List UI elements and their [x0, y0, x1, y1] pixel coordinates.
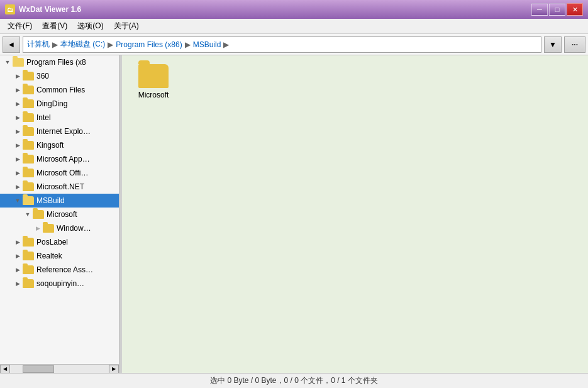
address-field[interactable]: 计算机 ▶ 本地磁盘 (C:) ▶ Program Files (x86) ▶ … [23, 36, 541, 53]
sep-3: ▶ [185, 40, 191, 49]
main-area: Program Files (x8 360 Common Files DingD… [0, 55, 588, 373]
toggle-intel[interactable] [13, 111, 23, 125]
tree-item-dingding[interactable]: DingDing [0, 97, 119, 111]
toggle-kingsoft[interactable] [13, 138, 23, 152]
status-text: 选中 0 Byte / 0 Byte，0 / 0 个文件，0 / 1 个文件夹 [210, 375, 378, 386]
folder-icon-commonfiles [23, 86, 34, 94]
label-poslabel: PosLabel [36, 238, 68, 247]
tree-item-microsoftoffi[interactable]: Microsoft Offi… [0, 166, 119, 180]
file-area: Microsoft [122, 55, 588, 373]
crumb-computer[interactable]: 计算机 [27, 39, 50, 50]
hscroll-right-button[interactable]: ▶ [109, 365, 119, 374]
hscroll-left-button[interactable]: ◀ [0, 365, 10, 374]
tree-item-microsoftnet[interactable]: Microsoft.NET [0, 180, 119, 194]
toggle-microsoftnet[interactable] [13, 180, 23, 194]
sidebar-scroll[interactable]: Program Files (x8 360 Common Files DingD… [0, 55, 119, 364]
label-commonfiles: Common Files [36, 86, 85, 94]
toggle-microsoftapp[interactable] [13, 152, 23, 166]
folder-icon-microsoftoffi [23, 169, 34, 177]
folder-icon-realtek [23, 252, 34, 260]
folder-icon-programfiles [13, 58, 24, 67]
crumb-disk[interactable]: 本地磁盘 (C:) [60, 39, 105, 50]
nav-icon: ◀ [9, 41, 14, 48]
menu-bar: 文件(F) 查看(V) 选项(O) 关于(A) [0, 19, 588, 34]
tree-item-360[interactable]: 360 [0, 69, 119, 83]
hscroll-thumb[interactable] [23, 365, 54, 373]
toggle-microsoftoffi[interactable] [13, 166, 23, 180]
folder-icon-internetexplore [23, 127, 34, 136]
tree-item-referenceass[interactable]: Reference Ass… [0, 263, 119, 277]
tree-item-windows[interactable]: Window… [0, 221, 119, 235]
title-controls: ─ □ ✕ [531, 3, 583, 16]
menu-view[interactable]: 查看(V) [37, 19, 72, 33]
label-microsoftapp: Microsoft App… [36, 155, 90, 164]
dropdown-icon: ▼ [549, 40, 557, 49]
menu-file[interactable]: 文件(F) [3, 19, 37, 33]
sep-4: ▶ [223, 40, 229, 49]
folder-icon-msbuild [23, 196, 34, 205]
label-intel: Intel [36, 113, 51, 122]
crumb-programfiles[interactable]: Program Files (x86) [116, 40, 182, 49]
label-kingsoft: Kingsoft [36, 141, 64, 150]
toggle-360[interactable] [13, 69, 23, 83]
folder-icon-kingsoft [23, 141, 34, 150]
tree-item-commonfiles[interactable]: Common Files [0, 83, 119, 97]
address-dropdown-button[interactable]: ▼ [544, 36, 562, 53]
toggle-windows[interactable] [33, 221, 43, 235]
tree-item-realtek[interactable]: Realtek [0, 249, 119, 263]
folder-icon-poslabel [23, 238, 34, 247]
minimize-button[interactable]: ─ [531, 3, 548, 16]
file-item-microsoft[interactable]: Microsoft [128, 62, 179, 102]
tree-item-intel[interactable]: Intel [0, 111, 119, 125]
folder-icon-dingding [23, 99, 34, 108]
folder-icon-360 [23, 72, 34, 80]
toggle-soqoupinyin[interactable] [13, 277, 23, 291]
crumb-msbuild[interactable]: MSBuild [193, 40, 221, 49]
toggle-dingding[interactable] [13, 97, 23, 111]
label-microsoft: Microsoft [47, 210, 77, 219]
toggle-msbuild[interactable] [13, 194, 23, 208]
tree-item-soqoupinyin[interactable]: soqoupinyin… [0, 277, 119, 291]
file-folder-icon-microsoft [138, 64, 169, 88]
label-internetexplore: Internet Explo… [36, 127, 91, 136]
toggle-commonfiles[interactable] [13, 83, 23, 97]
menu-options[interactable]: 选项(O) [72, 19, 108, 33]
sidebar-hscroll: ◀ ▶ [0, 364, 119, 373]
folder-icon-soqoupinyin [23, 279, 34, 288]
folder-icon-windows [43, 224, 54, 233]
menu-about[interactable]: 关于(A) [109, 19, 144, 33]
close-button[interactable]: ✕ [567, 3, 583, 16]
tree-item-microsoftapp[interactable]: Microsoft App… [0, 152, 119, 166]
folder-icon-intel [23, 113, 34, 122]
toggle-internetexplore[interactable] [13, 125, 23, 138]
tree-item-kingsoft[interactable]: Kingsoft [0, 138, 119, 152]
tree-item-internetexplore[interactable]: Internet Explo… [0, 125, 119, 138]
toggle-programfiles[interactable] [3, 55, 13, 69]
nav-button[interactable]: ◀ [3, 36, 20, 53]
address-more-button[interactable]: ··· [564, 36, 585, 53]
tree-item-poslabel[interactable]: PosLabel [0, 235, 119, 249]
maximize-button[interactable]: □ [549, 3, 565, 16]
label-programfiles: Program Files (x8 [26, 58, 86, 67]
toggle-microsoft[interactable] [23, 208, 33, 221]
toggle-referenceass[interactable] [13, 263, 23, 277]
label-referenceass: Reference Ass… [36, 265, 93, 274]
toggle-poslabel[interactable] [13, 235, 23, 249]
folder-icon-microsoftnet [23, 182, 34, 191]
label-windows: Window… [57, 224, 91, 233]
label-microsoftoffi: Microsoft Offi… [36, 169, 88, 177]
label-realtek: Realtek [36, 252, 62, 260]
tree-item-programfiles[interactable]: Program Files (x8 [0, 55, 119, 69]
label-dingding: DingDing [36, 99, 67, 108]
label-360: 360 [36, 72, 49, 80]
title-bar-left: 🗂 WxDat Viewer 1.6 [5, 4, 81, 14]
address-bar: ◀ 计算机 ▶ 本地磁盘 (C:) ▶ Program Files (x86) … [0, 34, 588, 55]
title-bar: 🗂 WxDat Viewer 1.6 ─ □ ✕ [0, 0, 588, 19]
toggle-realtek[interactable] [13, 249, 23, 263]
tree-item-msbuild[interactable]: MSBuild [0, 194, 119, 208]
sep-2: ▶ [108, 40, 113, 49]
sidebar: Program Files (x8 360 Common Files DingD… [0, 55, 119, 373]
label-soqoupinyin: soqoupinyin… [36, 279, 84, 288]
tree-item-microsoft[interactable]: Microsoft [0, 208, 119, 221]
folder-icon-microsoft [33, 210, 44, 219]
